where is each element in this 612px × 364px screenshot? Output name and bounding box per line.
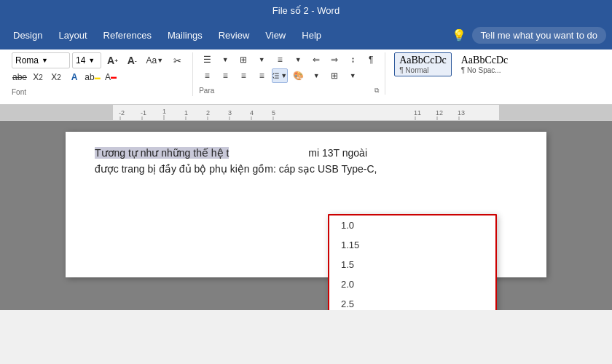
justify-button[interactable]: ≡ <box>254 68 270 83</box>
font-size-value: 14 <box>76 55 85 66</box>
style-no-space[interactable]: AaBbCcDc ¶ No Spac... <box>456 52 514 76</box>
shading-button[interactable]: 🎨 <box>290 68 306 83</box>
doc-line1: Tương tự như những thế hệ t mi 13T ngoài <box>95 145 517 161</box>
font-size-selector[interactable]: 14 ▼ <box>72 52 101 68</box>
menu-design[interactable]: Design <box>6 25 50 45</box>
spacing-value-1-0: 1.0 <box>341 220 354 231</box>
change-case-button[interactable]: Aa▼ <box>143 52 168 68</box>
spacing-2-0[interactable]: 2.0 <box>329 274 495 294</box>
para-label-text: Para <box>199 87 214 95</box>
style-no-space-label: ¶ No Spac... <box>461 66 501 74</box>
borders-button[interactable]: ⊞ <box>326 68 342 83</box>
doc-wrapper: Tương tự như những thế hệ t mi 13T ngoài… <box>0 121 612 288</box>
svg-text:4: 4 <box>250 109 254 116</box>
style-normal-label: ¶ Normal <box>399 66 428 74</box>
font-group: Roma ▼ 14 ▼ A+ A- Aa▼ ✂ abe X2 X2 A ab▬ … <box>6 52 193 96</box>
para-row2: ≡ ≡ ≡ ≡ ▼ 🎨 ▼ ⊞ ▼ <box>199 68 361 83</box>
menu-mailings[interactable]: Mailings <box>160 25 210 45</box>
svg-text:-2: -2 <box>119 109 125 116</box>
multilevel-dropdown[interactable]: ▼ <box>290 52 306 67</box>
para-row1: ☰ ▼ ⊞ ▼ ≡ ▼ ⇐ ⇒ ↕ ¶ <box>199 52 379 67</box>
spacing-2-5[interactable]: 2.5 <box>329 294 495 310</box>
multilevel-button[interactable]: ≡ <box>272 52 288 67</box>
menu-help[interactable]: Help <box>294 25 329 45</box>
spacing-value-1-5: 1.5 <box>341 259 354 270</box>
dropdown-arrow-icon: ▼ <box>42 57 48 64</box>
line-spacing-button[interactable]: ▼ <box>272 68 288 83</box>
font-group-label: Font <box>12 88 185 96</box>
styles-group: AaBbCcDc ¶ Normal AaBbCcDc ¶ No Spac... <box>385 52 519 76</box>
svg-text:-1: -1 <box>141 109 146 116</box>
ruler: -2 -1 1 1 2 3 4 5 11 12 13 <box>0 105 612 121</box>
menu-references[interactable]: References <box>96 25 159 45</box>
font-grow-button[interactable]: A+ <box>103 52 122 68</box>
menu-right: 💡 Tell me what you want to do <box>452 27 606 44</box>
align-right-button[interactable]: ≡ <box>235 68 251 83</box>
menu-layout[interactable]: Layout <box>51 25 94 45</box>
font-color-button[interactable]: A▬ <box>103 70 119 84</box>
font-row1: Roma ▼ 14 ▼ A+ A- Aa▼ ✂ <box>12 52 185 68</box>
subscript-button[interactable]: X2 <box>30 70 46 84</box>
superscript-button[interactable]: X2 <box>48 70 64 84</box>
font-name-selector[interactable]: Roma ▼ <box>12 52 70 68</box>
svg-text:13: 13 <box>458 109 465 116</box>
lightbulb-icon[interactable]: 💡 <box>452 28 466 42</box>
svg-text:5: 5 <box>272 109 275 116</box>
doc-line2: được trang bị đầy đủ bộ phụ kiện gồm: cá… <box>95 161 517 177</box>
document-area: Tương tự như những thế hệ t mi 13T ngoài… <box>0 121 612 310</box>
tell-me-text: Tell me what you want to do <box>481 30 597 41</box>
align-left-button[interactable]: ≡ <box>199 68 215 83</box>
ribbon: Roma ▼ 14 ▼ A+ A- Aa▼ ✂ abe X2 X2 A ab▬ … <box>0 50 612 105</box>
spacing-value-2-5: 2.5 <box>341 298 354 309</box>
sort-button[interactable]: ↕ <box>345 52 361 67</box>
numbering-button[interactable]: ⊞ <box>235 52 251 67</box>
numbering-dropdown[interactable]: ▼ <box>254 52 270 67</box>
svg-text:1: 1 <box>184 109 188 116</box>
para-group: ☰ ▼ ⊞ ▼ ≡ ▼ ⇐ ⇒ ↕ ¶ ≡ ≡ ≡ ≡ <box>193 52 385 95</box>
clear-format-button[interactable]: ✂ <box>169 52 185 68</box>
align-center-button[interactable]: ≡ <box>217 68 233 83</box>
bullets-button[interactable]: ☰ <box>199 52 215 67</box>
title-bar: File số 2 - Word <box>0 0 612 20</box>
svg-text:2: 2 <box>206 109 210 116</box>
svg-text:12: 12 <box>436 109 443 116</box>
spacing-value-1-15: 1.15 <box>341 240 359 250</box>
svg-text:1: 1 <box>162 108 166 115</box>
line-spacing-dropdown: 1.0 1.15 1.5 2.0 2.5 3.0 ⚙ Line Spacing … <box>328 214 497 310</box>
svg-text:3: 3 <box>228 109 232 116</box>
spacing-1-0[interactable]: 1.0 <box>329 215 495 235</box>
svg-rect-3 <box>0 105 113 121</box>
borders-dropdown[interactable]: ▼ <box>345 68 361 83</box>
svg-text:11: 11 <box>414 109 421 116</box>
text-effects-button[interactable]: A <box>66 70 82 84</box>
text-highlight-button[interactable]: ab▬ <box>85 70 101 84</box>
tell-me-box[interactable]: Tell me what you want to do <box>472 27 606 44</box>
title-text: File số 2 - Word <box>272 5 340 16</box>
decrease-indent-button[interactable]: ⇐ <box>308 52 324 67</box>
increase-indent-button[interactable]: ⇒ <box>326 52 342 67</box>
para-expand-icon[interactable]: ⧉ <box>374 87 379 95</box>
font-shrink-button[interactable]: A- <box>124 52 141 68</box>
para-group-label: Para ⧉ <box>199 87 379 95</box>
shading-dropdown[interactable]: ▼ <box>308 68 324 83</box>
strikethrough-button[interactable]: abe <box>12 70 28 84</box>
spacing-1-15[interactable]: 1.15 <box>329 235 495 255</box>
style-normal-preview: AaBbCcDc <box>399 55 447 66</box>
dropdown-menu-container: 1.0 1.15 1.5 2.0 2.5 3.0 ⚙ Line Spacing … <box>328 214 497 310</box>
style-no-space-preview: AaBbCcDc <box>461 55 509 66</box>
spacing-1-5[interactable]: 1.5 <box>329 255 495 274</box>
dropdown-arrow-icon2: ▼ <box>88 57 95 64</box>
menu-view[interactable]: View <box>258 25 293 45</box>
show-marks-button[interactable]: ¶ <box>363 52 379 67</box>
menu-review[interactable]: Review <box>211 25 257 45</box>
spacing-value-2-0: 2.0 <box>341 279 354 290</box>
font-name-value: Roma <box>15 55 39 66</box>
ruler-svg: -2 -1 1 1 2 3 4 5 11 12 13 <box>0 105 612 121</box>
font-row2: abe X2 X2 A ab▬ A▬ <box>12 70 119 84</box>
svg-rect-5 <box>499 105 612 121</box>
menu-bar: Design Layout References Mailings Review… <box>0 20 612 50</box>
style-normal[interactable]: AaBbCcDc ¶ Normal <box>394 52 452 76</box>
line-spacing-icon <box>272 71 280 81</box>
bullets-dropdown[interactable]: ▼ <box>217 52 233 67</box>
